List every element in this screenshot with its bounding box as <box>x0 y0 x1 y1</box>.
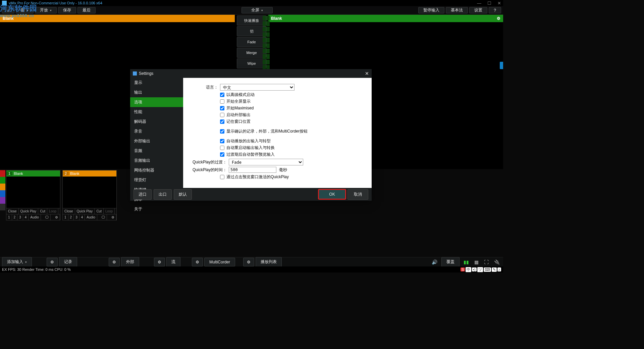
cb-click-activate[interactable] <box>220 175 224 179</box>
add-input-button[interactable]: 添加输入 <box>2 257 32 267</box>
tile-close[interactable]: Close <box>6 208 19 214</box>
external-gear[interactable] <box>109 258 120 266</box>
cb-advanced[interactable] <box>220 93 224 97</box>
status-text: EX FPS: 30 Render Time: 0 ms CPU: 0 % <box>2 267 71 271</box>
new-button[interactable]: 新 <box>16 7 34 13</box>
quickplay-button[interactable]: 快速播放 <box>237 15 266 26</box>
side-audio[interactable]: 音频 <box>130 146 183 156</box>
side-display[interactable]: 显示 <box>130 78 183 88</box>
preview-left-title: Blank <box>3 16 14 21</box>
home-button[interactable]: ⌂ <box>2 7 14 13</box>
output-gear-icon[interactable]: ⚙ <box>497 16 500 21</box>
dialog-title: Settings <box>139 71 153 76</box>
merge-button[interactable]: Merge▾ <box>237 48 266 58</box>
cb-autorestart[interactable] <box>220 146 224 150</box>
bottom-toolbar: 添加输入 记录 外部 流 MultiCorder 播放列表 🔊 覆盖 ▮▮ ▦ … <box>0 257 503 266</box>
close-button[interactable]: ✕ <box>497 1 501 6</box>
multi-gear[interactable] <box>192 258 203 266</box>
pause-input-button[interactable]: 暂停输入 <box>418 7 444 13</box>
external-button[interactable]: 外部 <box>121 257 139 267</box>
gear-icon[interactable]: ⚙ <box>53 214 60 220</box>
open-button[interactable]: 开放 <box>35 7 57 13</box>
app-icon <box>2 1 7 5</box>
cb-fullscreen[interactable] <box>220 99 224 104</box>
side-about[interactable]: 关于 <box>130 204 183 214</box>
preview-right-title: Blank <box>271 16 282 21</box>
cb-external[interactable] <box>220 113 224 117</box>
grid-icon[interactable]: ▦ <box>472 258 481 266</box>
ms-label: 毫秒 <box>279 167 287 173</box>
cancel-button[interactable]: 取消 <box>347 189 368 200</box>
color-strip[interactable] <box>0 170 5 210</box>
tile-cut[interactable]: Cut <box>38 208 47 214</box>
settings-button[interactable]: 设置 <box>469 7 487 13</box>
playlist-button[interactable]: 播放列表 <box>256 257 282 267</box>
cb-autopause[interactable] <box>220 152 224 157</box>
side-options[interactable]: 选项 <box>130 97 183 107</box>
cut-button[interactable]: 切 <box>237 26 266 36</box>
input-tiles: 1Blank CloseQuick PlayCutLoop 1234Audio🖵… <box>6 170 117 220</box>
bars-icon[interactable]: ▮▮ <box>462 258 471 266</box>
side-decoder[interactable]: 解码器 <box>130 117 183 127</box>
qp-time-label: QuickPlay的时间： <box>191 167 229 173</box>
wipe-button[interactable]: Wipe▾ <box>237 58 266 68</box>
ok-button[interactable]: OK <box>319 190 345 199</box>
stream-button[interactable]: 流 <box>166 257 180 267</box>
basic-button[interactable]: 基本法 <box>446 7 468 13</box>
save-button[interactable]: 保存 <box>58 7 76 13</box>
dialog-footer: 进口 出口 默认 OK 取消 <box>130 188 372 201</box>
multicorder-button[interactable]: MultiCorder <box>204 258 235 266</box>
qp-time-input[interactable] <box>229 167 276 173</box>
fullscreen-button[interactable]: 全屏 <box>241 7 273 13</box>
input-tile-1[interactable]: 1Blank CloseQuick PlayCutLoop 1234Audio🖵… <box>6 170 60 220</box>
side-performance[interactable]: 性能 <box>130 107 183 117</box>
default-button[interactable]: 默认 <box>174 189 192 200</box>
import-button[interactable]: 进口 <box>133 189 152 200</box>
settings-panel: 语言： 中文 以高级模式启动 开始全屏显示 开始Maximised 启动外部输出… <box>183 78 372 188</box>
settings-dialog: Settings ✕ 显示 输出 选项 性能 解码器 录音 外部输出 音频 音频… <box>130 69 372 201</box>
record-button[interactable]: 记录 <box>59 257 77 267</box>
fade-button[interactable]: Fade▾ <box>237 37 266 47</box>
status-bar: EX FPS: 30 Render Time: 0 ms CPU: 0 % S中… <box>0 266 503 272</box>
overlay-button[interactable]: 覆盖 <box>441 257 460 267</box>
tile-loop[interactable]: Loop <box>47 208 58 214</box>
monitor-icon[interactable]: 🖵 <box>44 214 51 220</box>
cb-maximised[interactable] <box>220 106 224 110</box>
playlist-gear[interactable] <box>243 258 254 266</box>
audio-icon[interactable]: 🔊 <box>430 258 439 266</box>
side-audioout[interactable]: 音频输出 <box>130 156 183 165</box>
side-webcontrol[interactable]: 网络控制器 <box>130 165 183 175</box>
cb-autoplay[interactable] <box>220 139 224 143</box>
qp-trans-select[interactable]: Fade <box>229 159 303 165</box>
expand-icon[interactable]: ⛶ <box>482 258 491 266</box>
app-title: vMix Pro For Non-Commercial Use Only - 1… <box>9 1 102 5</box>
cb-remember-pos[interactable] <box>220 119 224 124</box>
language-label: 语言： <box>191 85 220 90</box>
plug-icon[interactable]: 🔌 <box>492 258 502 266</box>
cb-confirm[interactable] <box>220 129 224 134</box>
settings-sidebar: 显示 输出 选项 性能 解码器 录音 外部输出 音频 音频输出 网络控制器 理货… <box>130 78 183 188</box>
help-button[interactable]: ? <box>489 7 501 13</box>
minimize-button[interactable]: — <box>477 1 481 6</box>
side-tab[interactable] <box>500 62 503 69</box>
dialog-header[interactable]: Settings ✕ <box>130 69 372 78</box>
top-toolbar: ⌂ 新 开放 保存 最后 全屏 暂停输入 基本法 设置 ? <box>0 6 503 15</box>
ime-bar[interactable]: S中•)ツ⌨✎♪ <box>461 267 501 272</box>
side-tally[interactable]: 理货灯 <box>130 175 183 185</box>
language-select[interactable]: 中文 <box>220 84 294 91</box>
qp-trans-label: QuickPlay的过渡： <box>191 159 229 165</box>
maximize-button[interactable]: ☐ <box>487 1 491 6</box>
last-button[interactable]: 最后 <box>77 7 96 13</box>
side-record[interactable]: 录音 <box>130 127 183 136</box>
dialog-app-icon <box>133 71 137 76</box>
input-tile-2[interactable]: 2Blank CloseQuick PlayCutLoop 1234Audio🖵… <box>62 170 117 220</box>
tile-quickplay[interactable]: Quick Play <box>19 208 39 214</box>
side-output[interactable]: 输出 <box>130 88 183 97</box>
record-gear[interactable] <box>47 258 58 266</box>
stream-gear[interactable] <box>154 258 165 266</box>
side-extoutput[interactable]: 外部输出 <box>130 136 183 146</box>
export-button[interactable]: 出口 <box>154 189 172 200</box>
dialog-close-icon[interactable]: ✕ <box>365 71 369 76</box>
titlebar: vMix Pro For Non-Commercial Use Only - 1… <box>0 0 503 6</box>
